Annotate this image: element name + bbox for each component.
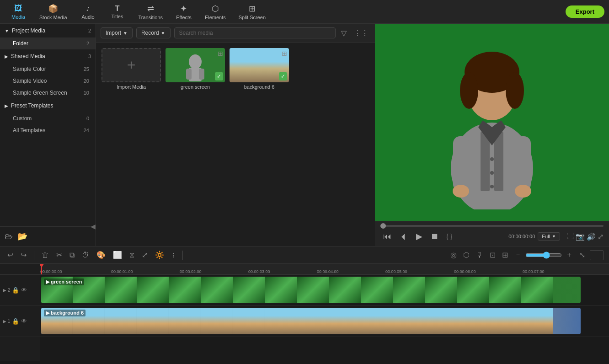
- media-icon: 🖼: [14, 4, 22, 13]
- green-screen-clip-label: ▶ green screen: [44, 278, 84, 285]
- clip-frame: [329, 277, 361, 303]
- skip-back-button[interactable]: ⏮: [380, 231, 394, 242]
- clip-frame: [105, 277, 137, 303]
- new-folder-button[interactable]: 🗁: [5, 231, 13, 241]
- folder-button[interactable]: 📂: [17, 231, 27, 241]
- clip-frame: [297, 277, 329, 303]
- ruler-mark-2: 00:00:02:00: [180, 269, 202, 274]
- svg-rect-9: [481, 132, 490, 191]
- stock-media-icon: 📦: [48, 4, 58, 14]
- sidebar-collapse-button[interactable]: ◀: [91, 223, 96, 230]
- sidebar: ▼ Project Media 2 Folder 2 ▶ Shared Medi…: [0, 24, 96, 246]
- clip-frame: [489, 277, 521, 303]
- fit-button[interactable]: ⤢: [140, 250, 150, 260]
- sidebar-folder[interactable]: Folder 2: [0, 37, 96, 49]
- step-back-button[interactable]: ⏴: [397, 231, 411, 242]
- toolbar-titles[interactable]: T Titles: [104, 3, 131, 21]
- import-button[interactable]: Import ▼: [101, 27, 133, 38]
- redo-button[interactable]: ↪: [19, 250, 28, 260]
- sidebar-sample-video[interactable]: Sample Video 20: [0, 75, 96, 87]
- color2-button[interactable]: 🔆: [153, 250, 166, 260]
- clip-frame: [265, 277, 297, 303]
- audio-btn[interactable]: ⫶: [170, 250, 177, 260]
- play-button[interactable]: ▶: [413, 230, 425, 242]
- progress-handle[interactable]: [380, 223, 386, 229]
- export-button[interactable]: Export: [566, 5, 604, 18]
- clip-frame-beach: [489, 308, 521, 334]
- zoom-in-button[interactable]: ＋: [564, 249, 575, 261]
- chevron-right-icon2: ▶: [5, 103, 8, 108]
- shield-btn[interactable]: ⬡: [461, 250, 471, 260]
- toolbar-effects[interactable]: ✦ Effects: [170, 2, 198, 22]
- preview-buttons: ⏮ ⏴ ▶ ⏹ { } 00:00:00:00 Full ▼ ⛶: [380, 230, 604, 242]
- mic-btn[interactable]: 🎙: [474, 250, 485, 260]
- timeline-content[interactable]: 00:00:00:00 00:00:01:00 00:00:02:00 00:0…: [40, 264, 609, 361]
- svg-rect-10: [494, 132, 503, 191]
- search-input[interactable]: [174, 27, 336, 38]
- background-clip[interactable]: ▶ background 6: [41, 308, 581, 334]
- sidebar-sample-color[interactable]: Sample Color 25: [0, 63, 96, 75]
- zoom-button[interactable]: ⤢: [598, 232, 604, 241]
- fullscreen-button[interactable]: ⛶: [566, 232, 574, 241]
- sidebar-all-templates[interactable]: All Templates 24: [0, 124, 96, 136]
- toolbar-audio[interactable]: ♪ Audio: [75, 2, 102, 21]
- plus-icon: +: [127, 57, 136, 74]
- toolbar-split-screen[interactable]: ⊞ Split Screen: [233, 2, 271, 22]
- clip-frame: [425, 277, 457, 303]
- track-number-1: ▶ 1: [3, 319, 10, 324]
- sidebar-shared-media[interactable]: ▶ Shared Media 3: [0, 49, 96, 63]
- progress-bar[interactable]: [380, 225, 604, 227]
- speed-button[interactable]: ⏱: [80, 250, 91, 260]
- svg-rect-15: [515, 136, 531, 191]
- sidebar-sample-green-screen[interactable]: Sample Green Screen 10: [0, 87, 96, 99]
- sidebar-preset-templates[interactable]: ▶ Preset Templates: [0, 99, 96, 112]
- grid-view-button[interactable]: ⋮⋮: [352, 28, 370, 38]
- background-6-item[interactable]: ⊞ ✓ background 6: [230, 48, 289, 90]
- pip-btn[interactable]: ⊡: [488, 250, 497, 260]
- track-lock-button-1[interactable]: 🔒: [12, 318, 19, 325]
- preview-video: [375, 24, 609, 221]
- crop-button[interactable]: ⧉: [68, 250, 76, 260]
- toolbar-transitions[interactable]: ⇌ Transitions: [133, 2, 168, 22]
- toolbar-stock-media[interactable]: 📦 Stock Media: [34, 2, 73, 22]
- sidebar-project-media[interactable]: ▼ Project Media 2: [0, 24, 96, 37]
- zoom-out-button[interactable]: －: [513, 249, 524, 261]
- ruler-mark-3: 00:00:03:00: [248, 269, 270, 274]
- zoom-slider[interactable]: [525, 252, 562, 259]
- track-visible-button-2[interactable]: 👁: [21, 287, 27, 294]
- ruler-mark-6: 00:00:06:00: [454, 269, 476, 274]
- snapshot-button[interactable]: 📷: [576, 232, 585, 241]
- clip-frames-green: [41, 277, 581, 303]
- toolbar-media[interactable]: 🖼 Media: [5, 2, 32, 21]
- clip-frame-beach: [425, 308, 457, 334]
- stop-button[interactable]: ⏹: [428, 231, 442, 242]
- sidebar-custom[interactable]: Custom 0: [0, 112, 96, 124]
- quality-selector[interactable]: Full ▼: [538, 232, 560, 241]
- green-screen-clip[interactable]: ▶ green screen: [41, 277, 581, 303]
- record-button[interactable]: Record ▼: [136, 27, 171, 38]
- delete-button[interactable]: 🗑: [40, 250, 51, 260]
- track-visible-button-1[interactable]: 👁: [21, 318, 27, 325]
- green-screen-item[interactable]: ⊞ ✓ green screen: [166, 48, 225, 90]
- track-lock-button-2[interactable]: 🔒: [12, 287, 19, 294]
- color-button[interactable]: 🎨: [95, 250, 107, 260]
- cut-button[interactable]: ✂: [54, 250, 64, 260]
- toolbar-elements[interactable]: ⬡ Elements: [199, 2, 231, 22]
- undo-button[interactable]: ↩: [5, 250, 15, 260]
- svg-rect-14: [453, 136, 469, 191]
- clip-frame-beach: [169, 308, 201, 334]
- transform-button[interactable]: ⬜: [111, 250, 124, 260]
- filter-button[interactable]: ▽: [339, 28, 348, 38]
- import-thumb[interactable]: +: [102, 48, 161, 82]
- volume-button[interactable]: 🔊: [587, 232, 596, 241]
- clip-frame-beach: [393, 308, 425, 334]
- svg-point-0: [189, 54, 202, 69]
- import-media-item[interactable]: + Import Media: [102, 48, 161, 90]
- camera-btn[interactable]: ◎: [449, 250, 459, 260]
- timer-button[interactable]: ⧖: [128, 250, 136, 260]
- quality-chevron: ▼: [552, 234, 556, 239]
- fit-timeline-button[interactable]: ⤡: [577, 250, 587, 260]
- timeline-ruler: 00:00:00:00 00:00:01:00 00:00:02:00 00:0…: [40, 264, 609, 275]
- adjust-btn[interactable]: ⊞: [500, 250, 510, 260]
- media-grid: + Import Media ⊞ ✓: [96, 43, 375, 246]
